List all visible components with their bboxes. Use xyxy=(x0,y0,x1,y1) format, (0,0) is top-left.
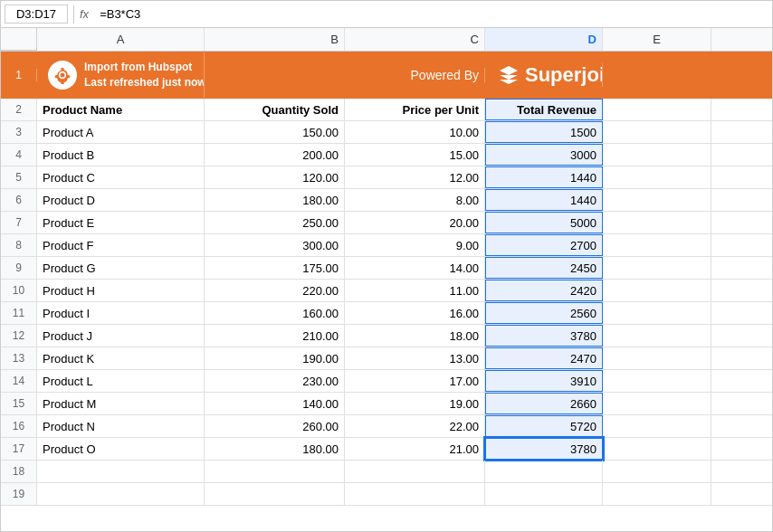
cell-price-per-unit[interactable]: 10.00 xyxy=(345,121,485,143)
cell-total-revenue[interactable]: 2560 xyxy=(485,302,603,324)
table-row[interactable]: 13 Product K 190.00 13.00 2470 xyxy=(1,347,772,370)
table-row[interactable]: 3 Product A 150.00 10.00 1500 xyxy=(1,121,772,144)
cell-product-name[interactable]: Product J xyxy=(37,325,205,347)
banner-content: Import from Hubspot Last refreshed just … xyxy=(43,56,205,94)
cell-total-revenue[interactable]: 3000 xyxy=(485,144,603,166)
cell-price-per-unit[interactable]: 21.00 xyxy=(345,438,485,460)
cell-total-revenue[interactable]: 2420 xyxy=(485,280,603,301)
table-row[interactable]: 14 Product L 230.00 17.00 3910 xyxy=(1,370,772,393)
cell-product-name[interactable]: Product O xyxy=(37,438,205,460)
table-row[interactable]: 15 Product M 140.00 19.00 2660 xyxy=(1,393,772,415)
cell-product-name[interactable]: Product D xyxy=(37,189,205,211)
header-price-per-unit: Price per Unit xyxy=(345,99,485,120)
cell-e-empty xyxy=(603,189,711,211)
cell-quantity-sold[interactable]: 180.00 xyxy=(205,189,345,211)
row-num-13: 13 xyxy=(1,347,37,369)
cell-total-revenue[interactable]: 5000 xyxy=(485,212,603,233)
cell-quantity-sold[interactable]: 150.00 xyxy=(205,121,345,143)
cell-total-revenue[interactable]: 2470 xyxy=(485,347,603,369)
cell-product-name[interactable]: Product A xyxy=(37,121,205,143)
cell-quantity-sold[interactable]: 300.00 xyxy=(205,234,345,256)
cell-quantity-sold[interactable]: 210.00 xyxy=(205,325,345,347)
cell-price-per-unit[interactable]: 13.00 xyxy=(345,347,485,369)
table-row[interactable]: 16 Product N 260.00 22.00 5720 xyxy=(1,415,772,438)
formula-bar: D3:D17 fx =B3*C3 xyxy=(1,1,772,28)
col-header-b[interactable]: B xyxy=(205,28,345,51)
cell-product-name[interactable]: Product B xyxy=(37,144,205,166)
row-num-4: 4 xyxy=(1,144,37,166)
cell-total-revenue[interactable]: 1440 xyxy=(485,166,603,188)
col-header-c[interactable]: C xyxy=(345,28,485,51)
formula-bar-divider xyxy=(73,5,74,24)
row-num-1: 1 xyxy=(1,69,37,81)
cell-total-revenue[interactable]: 2700 xyxy=(485,234,603,256)
cell-price-per-unit[interactable]: 17.00 xyxy=(345,370,485,392)
cell-price-per-unit[interactable]: 15.00 xyxy=(345,144,485,166)
cell-total-revenue[interactable]: 5720 xyxy=(485,415,603,437)
table-row[interactable]: 9 Product G 175.00 14.00 2450 xyxy=(1,257,772,280)
cell-quantity-sold[interactable]: 260.00 xyxy=(205,415,345,437)
table-row[interactable]: 6 Product D 180.00 8.00 1440 xyxy=(1,189,772,212)
cell-price-per-unit[interactable]: 9.00 xyxy=(345,234,485,256)
col-header-a[interactable]: A xyxy=(37,28,205,51)
cell-e-empty xyxy=(603,166,711,188)
col-header-d[interactable]: D xyxy=(485,28,603,51)
cell-quantity-sold[interactable]: 180.00 xyxy=(205,438,345,460)
cell-e-empty xyxy=(603,280,711,301)
cell-price-per-unit[interactable]: 19.00 xyxy=(345,393,485,414)
cell-product-name[interactable]: Product G xyxy=(37,257,205,279)
table-row[interactable]: 7 Product E 250.00 20.00 5000 xyxy=(1,212,772,234)
cell-product-name[interactable]: Product H xyxy=(37,280,205,301)
cell-total-revenue[interactable]: 3910 xyxy=(485,370,603,392)
corner-cell xyxy=(1,28,37,51)
cell-quantity-sold[interactable]: 175.00 xyxy=(205,257,345,279)
cell-quantity-sold[interactable]: 220.00 xyxy=(205,280,345,301)
cell-product-name[interactable]: Product E xyxy=(37,212,205,233)
cell-quantity-sold[interactable]: 120.00 xyxy=(205,166,345,188)
cell-price-per-unit[interactable]: 14.00 xyxy=(345,257,485,279)
cell-product-name[interactable]: Product I xyxy=(37,302,205,324)
cell-quantity-sold[interactable]: 200.00 xyxy=(205,144,345,166)
cell-quantity-sold[interactable]: 140.00 xyxy=(205,393,345,414)
cell-price-per-unit[interactable]: 20.00 xyxy=(345,212,485,233)
column-headers-row: A B C D E xyxy=(1,28,772,52)
cell-total-revenue[interactable]: 1500 xyxy=(485,121,603,143)
cell-reference[interactable]: D3:D17 xyxy=(5,5,68,24)
cell-price-per-unit[interactable]: 16.00 xyxy=(345,302,485,324)
cell-quantity-sold[interactable]: 160.00 xyxy=(205,302,345,324)
cell-product-name[interactable]: Product N xyxy=(37,415,205,437)
cell-product-name[interactable]: Product L xyxy=(37,370,205,392)
cell-total-revenue[interactable]: 2450 xyxy=(485,257,603,279)
superjoin-logo: Superjoin xyxy=(498,63,603,87)
cell-product-name[interactable]: Product F xyxy=(37,234,205,256)
formula-input[interactable]: =B3*C3 xyxy=(96,5,768,23)
cell-total-revenue[interactable]: 3780 xyxy=(485,325,603,347)
table-row[interactable]: 17 Product O 180.00 21.00 3780 xyxy=(1,438,772,461)
table-row[interactable]: 12 Product J 210.00 18.00 3780 xyxy=(1,325,772,347)
cell-total-revenue[interactable]: 2660 xyxy=(485,393,603,414)
empty-rows: 18 19 xyxy=(1,461,772,506)
header-quantity-sold: Quantity Sold xyxy=(205,99,345,120)
cell-price-per-unit[interactable]: 8.00 xyxy=(345,189,485,211)
table-row[interactable]: 8 Product F 300.00 9.00 2700 xyxy=(1,234,772,257)
cell-price-per-unit[interactable]: 18.00 xyxy=(345,325,485,347)
cell-e-empty xyxy=(603,121,711,143)
col-header-e[interactable]: E xyxy=(603,28,711,51)
table-row[interactable]: 10 Product H 220.00 11.00 2420 xyxy=(1,280,772,302)
cell-total-revenue[interactable]: 1440 xyxy=(485,189,603,211)
table-row[interactable]: 5 Product C 120.00 12.00 1440 xyxy=(1,166,772,189)
cell-product-name[interactable]: Product K xyxy=(37,347,205,369)
cell-price-per-unit[interactable]: 11.00 xyxy=(345,280,485,301)
cell-price-per-unit[interactable]: 22.00 xyxy=(345,415,485,437)
cell-total-revenue[interactable]: 3780 xyxy=(485,438,603,460)
cell-e-empty xyxy=(603,257,711,279)
cell-quantity-sold[interactable]: 230.00 xyxy=(205,370,345,392)
table-row[interactable]: 4 Product B 200.00 15.00 3000 xyxy=(1,144,772,166)
table-row[interactable]: 11 Product I 160.00 16.00 2560 xyxy=(1,302,772,325)
cell-product-name[interactable]: Product M xyxy=(37,393,205,414)
cell-e-empty xyxy=(603,438,711,460)
cell-price-per-unit[interactable]: 12.00 xyxy=(345,166,485,188)
cell-quantity-sold[interactable]: 190.00 xyxy=(205,347,345,369)
cell-quantity-sold[interactable]: 250.00 xyxy=(205,212,345,233)
cell-product-name[interactable]: Product C xyxy=(37,166,205,188)
